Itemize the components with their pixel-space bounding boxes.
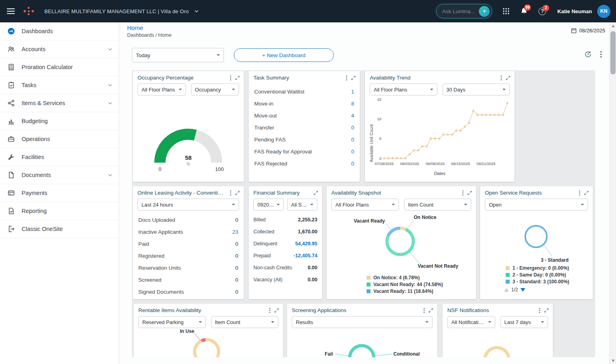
trend-line-chart: 05101507/28/202508/03/202508/09/202508/1… (371, 95, 511, 169)
expand-icon[interactable] (429, 308, 433, 313)
status-select[interactable]: Open (485, 199, 588, 211)
svg-text:5: 5 (379, 136, 381, 141)
pager-up-icon[interactable] (504, 288, 509, 292)
task-count-link[interactable]: 1 (351, 89, 354, 95)
wrench-icon (7, 153, 15, 161)
kebab-menu-icon[interactable] (539, 308, 540, 313)
callout-on-notice: On Notice (414, 215, 437, 220)
search-input[interactable] (442, 8, 476, 14)
list-item: Inactive Applicants23 (138, 226, 238, 238)
chevron-down-icon[interactable] (194, 10, 199, 13)
expand-icon[interactable] (274, 308, 279, 313)
availability-legend: On Notice: 4 (6.78%) Vacant Not Ready: 4… (367, 274, 443, 294)
callout-fail: Fail (311, 351, 333, 357)
sidebar-item-items-services[interactable]: Items & Services (0, 94, 119, 112)
new-dashboard-button[interactable]: + New Dashboard (234, 48, 334, 62)
financial-list: Billed2,255.23 Collected1,670.00 Delinqu… (249, 211, 322, 286)
sidebar-item-facilities[interactable]: Facilities (0, 148, 119, 166)
menu-icon[interactable] (7, 8, 15, 14)
sidebar-item-dashboards[interactable]: Dashboards (0, 22, 119, 40)
trend-x-axis-label: Dates (365, 171, 514, 176)
task-count-link[interactable]: 0 (351, 125, 354, 131)
sidebar-item-tasks[interactable]: Tasks (0, 76, 119, 94)
scrollbar-thumb[interactable] (610, 31, 616, 74)
metric-select[interactable]: Item Count (211, 316, 279, 328)
sidebar-item-accounts[interactable]: Accounts (0, 40, 119, 58)
expand-icon[interactable] (313, 191, 318, 195)
notifications-select[interactable]: All Notifications (447, 316, 495, 328)
sidebar-item-budgeting[interactable]: Budgeting (0, 112, 119, 130)
dashboard-menu-kebab-icon[interactable] (600, 51, 602, 58)
kebab-menu-icon[interactable] (230, 75, 231, 81)
floor-plans-select[interactable]: All Floor Plans (370, 84, 437, 95)
task-count-link[interactable]: 4 (351, 113, 354, 119)
expand-icon[interactable] (506, 76, 510, 80)
main-content: Home Dashboards / Home 08/26/2025 Today … (119, 22, 609, 364)
occupancy-metric-select[interactable]: Occupancy (191, 84, 239, 95)
sidebar-item-operations[interactable]: Operations (0, 130, 119, 148)
floor-plans-select[interactable]: All Floor Plans (331, 199, 399, 211)
help-icon[interactable]: ? 2 (538, 8, 546, 15)
history-icon[interactable] (584, 51, 592, 58)
expand-icon[interactable] (544, 308, 549, 313)
kebab-menu-icon[interactable] (579, 190, 580, 196)
apps-grid-icon[interactable] (502, 8, 510, 15)
kebab-menu-icon[interactable] (230, 190, 231, 196)
sidebar-item-reporting[interactable]: Reporting (0, 202, 119, 220)
metric-select[interactable]: Item Count (404, 199, 472, 211)
prepaid-link[interactable]: -12,405.74 (293, 253, 317, 259)
expand-icon[interactable] (351, 76, 356, 80)
sidebar-item-proration-calculator[interactable]: Proration Calculator (0, 58, 119, 76)
leasing-period-select[interactable]: Last 24 hours (138, 199, 239, 211)
expand-icon[interactable] (584, 191, 589, 195)
results-select[interactable]: Results (292, 316, 433, 328)
delinquent-link[interactable]: 54,429.95 (295, 241, 317, 247)
credit-card-icon (7, 189, 15, 197)
task-count-link[interactable]: 0 (351, 161, 354, 167)
document-icon (7, 171, 15, 179)
task-count-link[interactable]: 0 (351, 149, 354, 155)
task-count-link[interactable]: 8 (351, 101, 354, 107)
scroll-down-icon[interactable] (610, 357, 616, 364)
range-select[interactable]: Last 7 days (500, 316, 548, 328)
period-select[interactable]: 092025 (253, 199, 284, 211)
inactive-applicants-link[interactable]: 23 (232, 229, 238, 235)
service-requests-donut-chart (480, 210, 593, 262)
period-filter-select[interactable]: Today (132, 48, 224, 62)
task-count-link[interactable]: 0 (351, 137, 354, 143)
vertical-scrollbar[interactable] (609, 22, 616, 364)
expand-icon[interactable] (235, 191, 240, 195)
avatar[interactable]: KN (597, 5, 610, 18)
kebab-menu-icon[interactable] (423, 308, 425, 313)
lumina-submit-icon[interactable]: + (479, 6, 490, 17)
sidebar-item-classic-onesite[interactable]: Classic OneSite (0, 220, 119, 238)
kebab-menu-icon[interactable] (346, 75, 347, 81)
expand-icon[interactable] (235, 76, 240, 80)
topbar: BELLAIRE MULTIFAMILY MANAGEMENT LLC | Vi… (0, 0, 616, 22)
notifications-bell-icon[interactable]: 99 (520, 7, 528, 15)
floor-plans-select[interactable]: All Floor Plans (138, 84, 186, 95)
page-title[interactable]: Home (127, 24, 143, 31)
pager-down-icon[interactable] (520, 288, 525, 292)
kebab-menu-icon[interactable] (269, 308, 271, 313)
property-selector-label[interactable]: BELLAIRE MULTIFAMILY MANAGEMENT LLC | Vi… (44, 8, 189, 14)
subjournal-select[interactable]: All Subj... (287, 199, 317, 211)
sidebar-item-documents[interactable]: Documents (0, 166, 119, 184)
scroll-up-icon[interactable] (610, 22, 616, 29)
expand-icon[interactable] (467, 191, 472, 195)
sidebar-item-payments[interactable]: Payments (0, 184, 119, 202)
widget-occupancy-percentage: Occupancy Percentage All Floor Plans Occ… (133, 71, 244, 182)
gauge-max: 100 (211, 166, 227, 172)
kebab-menu-icon[interactable] (500, 75, 502, 81)
gauge-value: 58 (144, 154, 232, 161)
kebab-menu-icon[interactable] (462, 190, 464, 196)
list-item: Delinquent54,429.95 (253, 238, 317, 250)
breadcrumb[interactable]: Dashboards / Home (127, 32, 171, 38)
rentable-item-select[interactable]: Reserved Parking (138, 316, 206, 328)
notifications-badge: 99 (524, 4, 531, 11)
ask-lumina-search[interactable]: + (436, 4, 492, 18)
range-select[interactable]: 30 Days (443, 84, 510, 95)
legend-item: On Notice: 4 (6.78%) (367, 274, 443, 281)
widget-title: Online Leasing Activity - Conventional (138, 190, 226, 196)
chevron-down-icon (108, 84, 112, 87)
